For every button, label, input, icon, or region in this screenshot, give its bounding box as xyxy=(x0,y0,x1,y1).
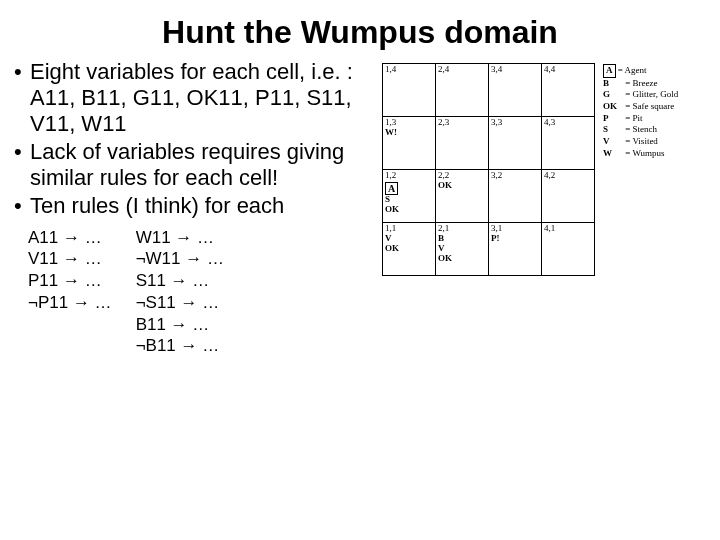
grid-cell: 3,1P! xyxy=(489,223,542,276)
bullet-text: Ten rules (I think) for each xyxy=(30,193,284,219)
grid-cell: 2,3 xyxy=(436,117,489,170)
legend-row: OK = Safe square xyxy=(603,101,678,113)
legend-row: B = Breeze xyxy=(603,78,678,90)
legend-row: V = Visited xyxy=(603,136,678,148)
legend-row: S = Stench xyxy=(603,124,678,136)
content: •Eight variables for each cell, i.e. : A… xyxy=(0,59,720,357)
grid-cell: 4,2 xyxy=(542,170,595,223)
wumpus-figure: 1,42,43,44,41,3W!2,33,34,31,2ASOK2,2OK3,… xyxy=(382,63,678,276)
rule-item: W11 → … xyxy=(136,227,224,249)
rules: A11 → … V11 → … P11 → … ¬P11 → … W11 → …… xyxy=(14,227,364,358)
rule-item: S11 → … xyxy=(136,270,224,292)
grid-cell: 4,1 xyxy=(542,223,595,276)
legend-row: A = Agent xyxy=(603,63,678,78)
rule-item: ¬S11 → … xyxy=(136,292,224,314)
legend-row: G = Glitter, Gold xyxy=(603,89,678,101)
grid-cell: 1,1VOK xyxy=(383,223,436,276)
grid-cell: 2,4 xyxy=(436,64,489,117)
rules-col-2: W11 → … ¬W11 → … S11 → … ¬S11 → … B11 → … xyxy=(136,227,224,358)
grid-cell: 1,3W! xyxy=(383,117,436,170)
grid-cell: 2,2OK xyxy=(436,170,489,223)
rule-item: ¬P11 → … xyxy=(28,292,112,314)
right-column: 1,42,43,44,41,3W!2,33,34,31,2ASOK2,2OK3,… xyxy=(364,59,678,357)
legend-row: P = Pit xyxy=(603,113,678,125)
rule-item: ¬W11 → … xyxy=(136,248,224,270)
rule-item: B11 → … xyxy=(136,314,224,336)
legend-row: W = Wumpus xyxy=(603,148,678,160)
bullets: •Eight variables for each cell, i.e. : A… xyxy=(14,59,364,219)
left-column: •Eight variables for each cell, i.e. : A… xyxy=(14,59,364,357)
grid-cell: 4,4 xyxy=(542,64,595,117)
grid-cell: 1,2ASOK xyxy=(383,170,436,223)
slide-title: Hunt the Wumpus domain xyxy=(0,0,720,59)
grid-cell: 3,4 xyxy=(489,64,542,117)
bullet-text: Eight variables for each cell, i.e. : A1… xyxy=(30,59,364,137)
rule-item: P11 → … xyxy=(28,270,112,292)
bullet-1: •Eight variables for each cell, i.e. : A… xyxy=(14,59,364,137)
grid-cell: 3,3 xyxy=(489,117,542,170)
grid-cell: 2,1BVOK xyxy=(436,223,489,276)
legend: A = AgentB = BreezeG = Glitter, GoldOK =… xyxy=(603,63,678,160)
bullet-2: •Lack of variables requires giving simil… xyxy=(14,139,364,191)
grid-cell: 1,4 xyxy=(383,64,436,117)
rule-item: ¬B11 → … xyxy=(136,335,224,357)
rules-col-1: A11 → … V11 → … P11 → … ¬P11 → … xyxy=(28,227,112,358)
grid-cell: 4,3 xyxy=(542,117,595,170)
rule-item: V11 → … xyxy=(28,248,112,270)
bullet-text: Lack of variables requires giving simila… xyxy=(30,139,364,191)
bullet-3: •Ten rules (I think) for each xyxy=(14,193,364,219)
grid-cell: 3,2 xyxy=(489,170,542,223)
wumpus-grid: 1,42,43,44,41,3W!2,33,34,31,2ASOK2,2OK3,… xyxy=(382,63,595,276)
rule-item: A11 → … xyxy=(28,227,112,249)
